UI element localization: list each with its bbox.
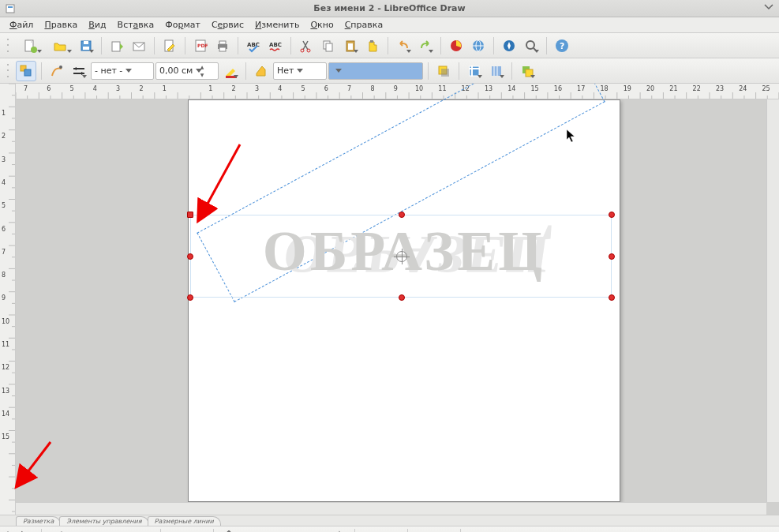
svg-rect-35 (24, 69, 31, 76)
menu-tools[interactable]: Сервис (207, 18, 249, 32)
window-menu-icon[interactable] (5, 3, 16, 14)
rotation-center-icon[interactable] (396, 251, 407, 262)
vertical-scrollbar[interactable] (766, 99, 779, 502)
layer-tabs: Разметка Элементы управления Размерные л… (0, 515, 779, 526)
tab-controls[interactable]: Элементы управления (59, 516, 148, 526)
svg-rect-41 (226, 76, 237, 78)
canvas[interactable]: ОБРАЗЕЦ ОБРАЗЕЦ (16, 99, 766, 502)
menu-file[interactable]: Файл (5, 18, 38, 32)
page[interactable]: ОБРАЗЕЦ ОБРАЗЕЦ (188, 99, 620, 502)
menu-edit[interactable]: Правка (39, 18, 82, 32)
basic-shapes-button[interactable] (219, 527, 239, 532)
flowcharts-button[interactable] (285, 527, 305, 532)
fill-color-combo[interactable] (328, 62, 423, 80)
block-arrows-button[interactable] (263, 527, 283, 532)
fill-style-combo[interactable]: Нет (273, 62, 327, 80)
help-button[interactable]: ? (552, 36, 572, 56)
glue-points-button[interactable] (382, 527, 403, 532)
cut-button[interactable] (296, 36, 316, 56)
symbol-shapes-button[interactable] (241, 527, 261, 532)
svg-text:25: 25 (762, 85, 770, 92)
print-button[interactable] (212, 36, 233, 56)
rotate-handle-bc[interactable] (399, 294, 405, 301)
rectangle-button[interactable] (91, 527, 111, 532)
horizontal-ruler[interactable]: 7654321123456789101112131415161718192021… (16, 84, 779, 99)
chart-button[interactable] (446, 36, 466, 56)
hyperlink-button[interactable] (468, 36, 489, 56)
email-button[interactable] (129, 36, 149, 56)
ellipse-button[interactable] (113, 527, 133, 532)
save-button[interactable] (76, 36, 96, 56)
autospell-button[interactable]: ABC (265, 36, 286, 56)
show-draw-functions-button[interactable] (16, 61, 36, 81)
menubar: Файл Правка Вид Вставка Формат Сервис Из… (0, 17, 779, 33)
clone-format-button[interactable] (362, 36, 383, 56)
svg-text:1: 1 (2, 110, 6, 117)
paste-button[interactable] (340, 36, 361, 56)
rotate-handle-ml[interactable] (187, 253, 193, 260)
select-tool-button[interactable] (16, 527, 36, 532)
vertical-ruler[interactable]: 123456789101112131415 (0, 84, 16, 515)
edit-points-button[interactable] (360, 527, 380, 532)
svg-text:ABC: ABC (269, 42, 282, 48)
line-arrow-button[interactable] (69, 527, 89, 532)
stars-button[interactable] (329, 527, 350, 532)
pdf-button[interactable]: PDF (190, 36, 211, 56)
from-file-button[interactable] (435, 527, 455, 532)
svg-text:4: 4 (93, 85, 97, 92)
connector-button[interactable] (188, 527, 208, 532)
shadow-button[interactable] (433, 61, 454, 81)
tab-layout[interactable]: Разметка (16, 516, 61, 526)
new-button[interactable] (16, 36, 44, 56)
curve-button[interactable] (166, 527, 186, 532)
text-frame[interactable]: ОБРАЗЕЦ (190, 215, 612, 298)
export-button[interactable] (107, 36, 127, 56)
line-width-combo[interactable]: 0,00 см▲▼ (155, 62, 219, 80)
undo-button[interactable] (393, 36, 414, 56)
copy-button[interactable] (318, 36, 339, 56)
arrange-button[interactable] (517, 61, 537, 81)
callouts-button[interactable] (307, 527, 328, 532)
horizontal-scrollbar[interactable] (16, 502, 766, 515)
menu-insert[interactable]: Вставка (113, 18, 159, 32)
svg-text:1: 1 (163, 85, 167, 92)
window-button[interactable] (763, 3, 774, 14)
extrusion-button[interactable] (466, 527, 486, 532)
svg-text:PDF: PDF (197, 43, 208, 48)
menu-view[interactable]: Вид (84, 18, 110, 32)
open-button[interactable] (46, 36, 74, 56)
line-tool-button[interactable] (47, 61, 67, 81)
arrow-style-button[interactable] (69, 61, 89, 81)
edit-file-button[interactable] (159, 36, 180, 56)
rotate-handle-bl[interactable] (187, 294, 193, 301)
svg-rect-44 (470, 66, 479, 76)
menu-format[interactable]: Формат (160, 18, 205, 32)
line-style-combo[interactable]: - нет - (91, 62, 154, 80)
tab-dimension-lines[interactable]: Размерные линии (148, 516, 221, 526)
rotate-handle-mr[interactable] (609, 253, 615, 260)
line-draw-button[interactable] (47, 527, 67, 532)
menu-help[interactable]: Справка (340, 18, 388, 32)
rotate-handle-tc[interactable] (399, 212, 405, 218)
crop-image-button[interactable] (464, 61, 485, 81)
svg-text:3: 3 (116, 85, 120, 92)
menu-modify[interactable]: Изменить (250, 18, 304, 32)
svg-rect-14 (219, 47, 226, 51)
svg-marker-40 (81, 72, 84, 75)
text-tool-button[interactable]: A (135, 527, 155, 532)
redo-button[interactable] (415, 36, 436, 56)
zoom-button[interactable] (521, 36, 541, 56)
menu-window[interactable]: Окно (305, 18, 338, 32)
svg-marker-38 (73, 67, 77, 70)
svg-text:18: 18 (600, 85, 608, 92)
image-filter-button[interactable] (486, 61, 507, 81)
spellcheck-button[interactable]: ABC (243, 36, 264, 56)
line-color-button[interactable] (220, 61, 241, 81)
rotate-handle-br[interactable] (609, 294, 615, 301)
navigator-button[interactable] (499, 36, 519, 56)
area-button[interactable] (251, 61, 272, 81)
rotate-handle-tl[interactable] (187, 212, 193, 218)
fontwork-button[interactable]: A (413, 527, 433, 532)
svg-rect-23 (370, 40, 373, 43)
rotate-handle-tr[interactable] (609, 212, 615, 218)
